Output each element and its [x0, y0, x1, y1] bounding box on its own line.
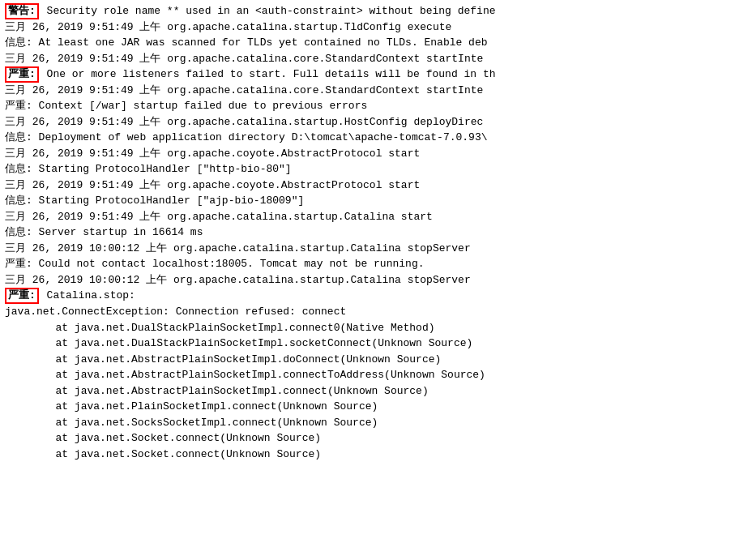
log-line-9: 信息: Deployment of web application direct…	[5, 130, 747, 146]
severe-badge-5: 严重:	[5, 66, 39, 83]
log-text-18: 三月 26, 2019 10:00:12 上午 org.apache.catal…	[5, 274, 471, 286]
stack-line-1: at java.net.DualStackPlainSocketImpl.con…	[5, 320, 747, 336]
log-line-15: 信息: Server startup in 16614 ms	[5, 224, 747, 241]
stack-line-9: at java.net.Socket.connect(Unknown Sourc…	[5, 447, 747, 463]
log-line-20: java.net.ConnectException: Connection re…	[5, 304, 747, 320]
log-line-12: 三月 26, 2019 9:51:49 上午 org.apache.coyote…	[5, 177, 747, 194]
log-text-11: 信息: Starting ProtocolHandler ["http-bio-…	[5, 163, 292, 175]
log-text-1: Security role name ** used in an <auth-c…	[41, 5, 496, 17]
severe-badge-19: 严重:	[5, 288, 39, 304]
log-text-14: 三月 26, 2019 9:51:49 上午 org.apache.catali…	[5, 211, 433, 223]
log-line-16: 三月 26, 2019 10:00:12 上午 org.apache.catal…	[5, 241, 747, 257]
log-text-6: 三月 26, 2019 9:51:49 上午 org.apache.catali…	[5, 84, 483, 96]
log-line-18: 三月 26, 2019 10:00:12 上午 org.apache.catal…	[5, 272, 747, 289]
log-container: 警告: Security role name ** used in an <au…	[0, 0, 752, 560]
log-text-7: 严重: Context [/war] startup failed due to…	[5, 100, 367, 112]
log-line-19: 严重: Catalina.stop:	[5, 288, 747, 304]
stack-line-2: at java.net.DualStackPlainSocketImpl.soc…	[5, 336, 747, 352]
log-line-14: 三月 26, 2019 9:51:49 上午 org.apache.catali…	[5, 209, 747, 225]
log-line-7: 严重: Context [/war] startup failed due to…	[5, 98, 747, 114]
log-text-12: 三月 26, 2019 9:51:49 上午 org.apache.coyote…	[5, 179, 420, 191]
stack-line-7: at java.net.SocksSocketImpl.connect(Unkn…	[5, 415, 747, 431]
log-text-16: 三月 26, 2019 10:00:12 上午 org.apache.catal…	[5, 242, 471, 254]
log-text-10: 三月 26, 2019 9:51:49 上午 org.apache.coyote…	[5, 147, 420, 160]
stack-line-5: at java.net.AbstractPlainSocketImpl.conn…	[5, 383, 747, 400]
log-text-9: 信息: Deployment of web application direct…	[5, 131, 488, 143]
stack-line-8: at java.net.Socket.connect(Unknown Sourc…	[5, 430, 747, 447]
log-text-17: 严重: Could not contact localhost:18005. T…	[5, 258, 424, 270]
log-line-11: 信息: Starting ProtocolHandler ["http-bio-…	[5, 161, 747, 177]
log-text-13: 信息: Starting ProtocolHandler ["ajp-bio-1…	[5, 195, 304, 207]
stack-line-6: at java.net.PlainSocketImpl.connect(Unkn…	[5, 399, 747, 415]
warning-badge-1: 警告:	[5, 3, 39, 19]
log-text-2: 三月 26, 2019 9:51:49 上午 org.apache.catali…	[5, 21, 451, 33]
log-text-8: 三月 26, 2019 9:51:49 上午 org.apache.catali…	[5, 116, 483, 128]
log-line-4: 三月 26, 2019 9:51:49 上午 org.apache.catali…	[5, 51, 747, 67]
log-line-13: 信息: Starting ProtocolHandler ["ajp-bio-1…	[5, 193, 747, 209]
log-text-20: java.net.ConnectException: Connection re…	[5, 306, 346, 318]
log-line-3: 信息: At least one JAR was scanned for TLD…	[5, 35, 747, 51]
stack-line-3: at java.net.AbstractPlainSocketImpl.doCo…	[5, 352, 747, 368]
log-line-17: 严重: Could not contact localhost:18005. T…	[5, 256, 747, 272]
log-line-10: 三月 26, 2019 9:51:49 上午 org.apache.coyote…	[5, 146, 747, 162]
log-text-3: 信息: At least one JAR was scanned for TLD…	[5, 36, 488, 49]
log-line-5: 严重: One or more listeners failed to star…	[5, 66, 747, 83]
log-text-15: 信息: Server startup in 16614 ms	[5, 226, 203, 238]
log-line-2: 三月 26, 2019 9:51:49 上午 org.apache.catali…	[5, 19, 747, 36]
log-text-5: One or more listeners failed to start. F…	[41, 68, 496, 80]
log-text-19: Catalina.stop:	[41, 290, 135, 302]
log-line-8: 三月 26, 2019 9:51:49 上午 org.apache.catali…	[5, 114, 747, 130]
log-text-4: 三月 26, 2019 9:51:49 上午 org.apache.catali…	[5, 53, 483, 65]
log-line-1: 警告: Security role name ** used in an <au…	[5, 3, 747, 19]
stack-line-4: at java.net.AbstractPlainSocketImpl.conn…	[5, 367, 747, 383]
log-line-6: 三月 26, 2019 9:51:49 上午 org.apache.catali…	[5, 83, 747, 99]
stack-trace: at java.net.DualStackPlainSocketImpl.con…	[5, 320, 747, 463]
